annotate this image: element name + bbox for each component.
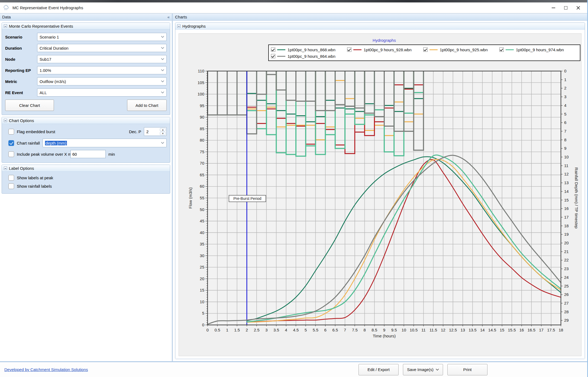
svg-text:105: 105 — [198, 80, 204, 85]
svg-text:13: 13 — [460, 328, 465, 332]
svg-text:19: 19 — [564, 232, 569, 237]
collapse-group-icon[interactable] — [177, 24, 180, 28]
clear-chart-button[interactable]: Clear Chart — [5, 100, 54, 111]
label-options-title: Label Options — [9, 166, 34, 171]
legend-line-swatch — [429, 49, 438, 50]
app-window: MC Representative Event Hydrographs Data… — [0, 0, 588, 377]
svg-text:4: 4 — [564, 103, 566, 108]
chart-rainfall-label: Chart rainfall — [17, 141, 40, 145]
collapse-panel-icon[interactable]: « — [167, 15, 170, 19]
svg-text:7: 7 — [344, 328, 346, 332]
peak-volume-input[interactable] — [70, 150, 106, 158]
svg-text:27: 27 — [564, 301, 569, 305]
chart-options-header[interactable]: Chart Options — [2, 117, 170, 124]
svg-text:10: 10 — [564, 155, 569, 159]
svg-text:16.5: 16.5 — [528, 328, 535, 332]
svg-text:5.5: 5.5 — [313, 328, 318, 332]
svg-text:14: 14 — [564, 189, 569, 194]
collapse-group-icon[interactable] — [4, 119, 7, 122]
add-to-chart-button[interactable]: Add to Chart — [127, 100, 167, 111]
svg-text:23: 23 — [564, 266, 569, 271]
svg-text:1: 1 — [226, 328, 228, 332]
print-button[interactable]: Print — [447, 364, 487, 375]
legend-item: 1pt00pc_9 hours_864.wbn — [271, 53, 347, 59]
close-button[interactable] — [572, 3, 584, 12]
label-options-header[interactable]: Label Options — [2, 165, 170, 172]
svg-text:2: 2 — [246, 328, 248, 332]
developer-link[interactable]: Developed by Catchment Simulation Soluti… — [4, 367, 88, 372]
svg-text:2.5: 2.5 — [254, 328, 260, 332]
svg-text:95: 95 — [200, 103, 204, 108]
node-select[interactable]: Sub17 — [37, 55, 167, 63]
svg-text:75: 75 — [200, 149, 204, 154]
flag-embedded-burst-checkbox[interactable] — [8, 129, 14, 135]
svg-text:24: 24 — [564, 275, 569, 280]
legend-checkbox[interactable] — [271, 47, 275, 52]
svg-text:11.5: 11.5 — [429, 328, 437, 332]
spinner-up-icon[interactable]: ▲ — [160, 128, 166, 131]
svg-text:110: 110 — [198, 69, 204, 73]
spinner-down-icon[interactable]: ▼ — [160, 132, 166, 135]
svg-text:13: 13 — [564, 180, 569, 185]
chevron-down-icon — [161, 80, 164, 82]
show-rainfall-labels-checkbox[interactable] — [8, 183, 14, 189]
legend-checkbox[interactable] — [499, 47, 504, 52]
bottom-bar: Developed by Catchment Simulation Soluti… — [0, 361, 587, 377]
svg-text:2: 2 — [564, 86, 566, 90]
svg-text:10.5: 10.5 — [410, 328, 418, 332]
collapse-group-icon[interactable] — [4, 24, 7, 28]
metric-select[interactable]: Outflow (m3/s) — [37, 77, 167, 85]
dec-p-stepper[interactable]: 2 ▲ ▼ — [144, 127, 167, 136]
mc-events-group: Monte Carlo Representative Events Scenar… — [2, 23, 170, 115]
svg-text:8: 8 — [564, 138, 566, 142]
svg-text:21: 21 — [564, 249, 569, 254]
save-images-button[interactable]: Save Image(s) — [403, 364, 443, 375]
svg-text:18: 18 — [564, 223, 569, 228]
svg-text:85: 85 — [200, 126, 204, 131]
svg-text:8: 8 — [363, 328, 366, 332]
svg-text:45: 45 — [200, 219, 204, 223]
svg-text:10: 10 — [200, 299, 204, 304]
collapse-group-icon[interactable] — [4, 167, 7, 170]
window-title: MC Representative Event Hydrographs — [12, 5, 83, 10]
minimize-button[interactable] — [547, 3, 560, 12]
svg-text:3: 3 — [265, 328, 267, 332]
mc-events-group-header[interactable]: Monte Carlo Representative Events — [2, 23, 170, 30]
svg-text:25: 25 — [200, 265, 204, 269]
edit-export-button[interactable]: Edit / Export — [358, 364, 399, 375]
maximize-button[interactable] — [560, 3, 572, 12]
include-peak-volume-checkbox[interactable] — [8, 151, 14, 157]
metric-label: Metric — [5, 79, 37, 84]
reporting-ep-select[interactable]: 1.00% — [37, 66, 167, 74]
legend-label: 1pt00pc_9 hours_864.wbn — [287, 54, 335, 59]
svg-text:Time (hours): Time (hours) — [373, 334, 396, 338]
svg-text:17: 17 — [539, 328, 544, 332]
scenario-label: Scenario — [5, 35, 37, 39]
svg-text:28: 28 — [564, 309, 569, 314]
svg-text:3.5: 3.5 — [273, 328, 279, 332]
chart-options-group: Chart Options Flag embedded burst Dec. P… — [2, 117, 170, 163]
legend-checkbox[interactable] — [347, 47, 351, 52]
hydrographs-group-header[interactable]: Hydrographs — [175, 23, 585, 30]
svg-text:15.5: 15.5 — [508, 328, 516, 332]
scenario-select[interactable]: Scenario 1 — [37, 33, 167, 41]
hydrographs-group: Hydrographs Hydrographs 0510152025303540… — [175, 23, 585, 359]
svg-text:1.5: 1.5 — [234, 328, 240, 332]
re-event-select[interactable]: ALL — [37, 88, 167, 97]
legend-checkbox[interactable] — [271, 54, 275, 58]
duration-select[interactable]: Critical Duration — [37, 44, 167, 52]
svg-text:7.5: 7.5 — [352, 328, 358, 332]
legend-checkbox[interactable] — [423, 47, 428, 52]
svg-text:0.5: 0.5 — [215, 328, 220, 332]
re-event-label: RE Event — [5, 90, 37, 95]
chevron-down-icon — [161, 69, 164, 71]
legend-line-swatch — [277, 49, 285, 50]
svg-text:16: 16 — [519, 328, 524, 332]
rainfall-units-select[interactable]: depth (mm) — [43, 139, 167, 147]
svg-text:15: 15 — [564, 198, 569, 202]
chart-rainfall-checkbox[interactable] — [8, 140, 14, 146]
svg-text:11: 11 — [564, 163, 568, 168]
show-labels-at-peak-checkbox[interactable] — [8, 175, 14, 181]
flag-embedded-burst-label: Flag embedded burst — [17, 129, 55, 134]
legend-line-swatch — [277, 56, 285, 57]
